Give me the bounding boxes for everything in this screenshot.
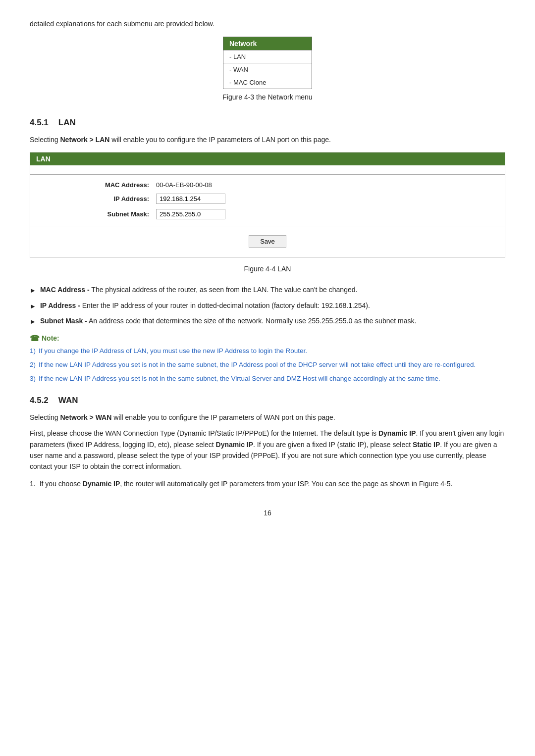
note-icon: ☎: [30, 334, 40, 343]
menu-item-wan: - WAN: [223, 63, 312, 76]
section-452-title: WAN: [58, 396, 78, 405]
note-item-3: 3) If the new LAN IP Address you set is …: [30, 374, 505, 384]
note-text-2: If the new LAN IP Address you set is not…: [39, 360, 476, 370]
save-row: Save: [30, 230, 505, 252]
menu-item-mac-clone: - MAC Clone: [223, 76, 312, 89]
note-list: 1) If you change the IP Address of LAN, …: [30, 346, 505, 384]
figure-4-4-caption: Figure 4-4 LAN: [30, 265, 505, 273]
section-451-intro: Selecting Network > LAN will enable you …: [30, 135, 505, 145]
wan-numbered-item-1: 1. If you choose Dynamic IP, the router …: [30, 478, 505, 489]
figure-4-3-caption: Figure 4-3 the Network menu: [222, 93, 312, 101]
bullet-ip-address: ► IP Address - Enter the IP address of y…: [30, 301, 505, 311]
section-452-heading: 4.5.2 WAN: [30, 396, 505, 405]
bullet-ip-text: IP Address - Enter the IP address of you…: [40, 301, 370, 311]
note-item-1: 1) If you change the IP Address of LAN, …: [30, 346, 505, 356]
bullet-arrow-2: ►: [30, 302, 36, 311]
section-451-title: LAN: [58, 118, 76, 128]
section-452-intro: Selecting Network > WAN will enable you …: [30, 412, 505, 423]
note-section: ☎ Note: 1) If you change the IP Address …: [30, 334, 505, 384]
note-num-3: 3): [30, 374, 36, 384]
note-label-text: Note:: [42, 334, 59, 342]
wan-numbered-text-1: If you choose Dynamic IP, the router wil…: [40, 478, 453, 489]
network-menu-header: Network: [223, 37, 312, 50]
ip-address-input[interactable]: [156, 194, 225, 204]
subnet-mask-input[interactable]: [156, 209, 225, 219]
lan-box: LAN MAC Address: 00-0A-EB-90-00-08 IP Ad…: [30, 152, 505, 258]
section-452-number: 4.5.2: [30, 396, 49, 405]
wan-section: 4.5.2 WAN Selecting Network > WAN will e…: [30, 396, 505, 489]
mac-address-label: MAC Address:: [70, 181, 149, 189]
mac-address-value: 00-0A-EB-90-00-08: [156, 181, 212, 189]
page-number: 16: [30, 509, 505, 517]
lan-bullet-list: ► MAC Address - The physical address of …: [30, 285, 505, 327]
intro-text: detailed explanations for each submenu a…: [30, 20, 505, 28]
bullet-subnet-text: Subnet Mask - An address code that deter…: [40, 316, 417, 326]
note-num-1: 1): [30, 346, 36, 356]
lan-box-header: LAN: [30, 152, 505, 165]
subnet-mask-row: Subnet Mask:: [70, 206, 505, 222]
bullet-subnet-mask: ► Subnet Mask - An address code that det…: [30, 316, 505, 327]
network-menu: Network - LAN - WAN - MAC Clone: [223, 37, 312, 89]
lan-body: MAC Address: 00-0A-EB-90-00-08 IP Addres…: [30, 165, 505, 257]
bullet-arrow-3: ►: [30, 317, 36, 327]
ip-address-label: IP Address:: [70, 195, 149, 202]
ip-address-row: IP Address:: [70, 191, 505, 206]
wan-para-1: First, please choose the WAN Connection …: [30, 428, 505, 472]
note-text-3: If the new LAN IP Address you set is not…: [39, 374, 440, 384]
mac-address-row: MAC Address: 00-0A-EB-90-00-08: [70, 179, 505, 191]
network-menu-container: Network - LAN - WAN - MAC Clone Figure 4…: [30, 37, 505, 113]
note-num-2: 2): [30, 360, 36, 370]
bullet-mac-address: ► MAC Address - The physical address of …: [30, 285, 505, 296]
bullet-mac-text: MAC Address - The physical address of th…: [40, 285, 358, 295]
section-451-number: 4.5.1: [30, 118, 49, 128]
wan-num-1: 1.: [30, 478, 36, 489]
save-button[interactable]: Save: [249, 235, 286, 248]
menu-item-lan: - LAN: [223, 50, 312, 63]
note-text-1: If you change the IP Address of LAN, you…: [39, 346, 307, 356]
wan-numbered-list: 1. If you choose Dynamic IP, the router …: [30, 478, 505, 489]
section-451-heading: 4.5.1 LAN: [30, 118, 505, 128]
note-label: ☎ Note:: [30, 334, 505, 343]
subnet-mask-label: Subnet Mask:: [70, 210, 149, 218]
bullet-arrow-1: ►: [30, 286, 36, 296]
note-item-2: 2) If the new LAN IP Address you set is …: [30, 360, 505, 370]
